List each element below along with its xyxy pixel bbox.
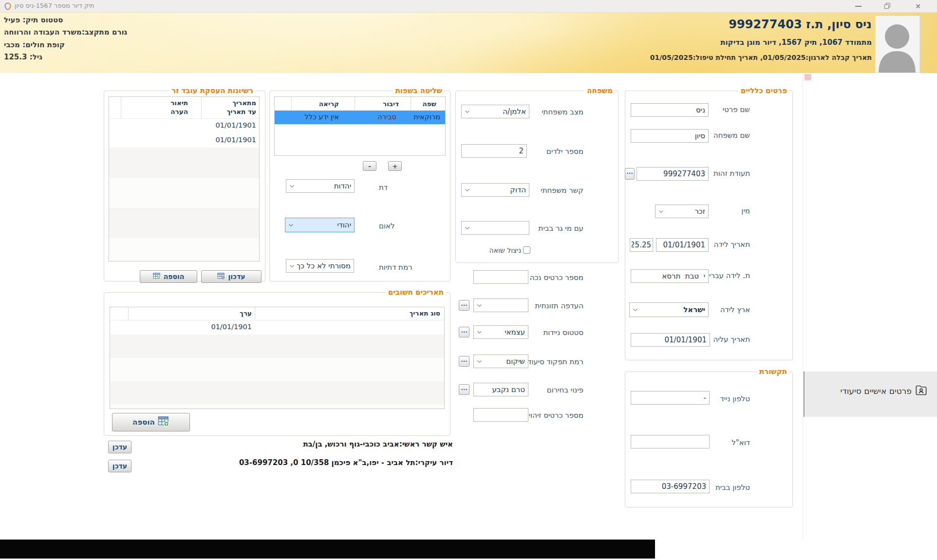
children-count-field[interactable]: 2 [461, 144, 527, 158]
id-number-field[interactable]: 999277403 [637, 167, 709, 181]
children-count-label: מספר ילדים [546, 147, 583, 156]
table-row[interactable]: 01/01/1901 [215, 136, 256, 144]
birth-country-combo[interactable]: ישראל [629, 302, 709, 317]
email-field[interactable] [631, 435, 710, 448]
chevron-down-icon [633, 308, 638, 312]
religion-label: דת [379, 183, 388, 192]
birth-date-value: 01/01/1901 [663, 241, 705, 249]
first-name-label: שם פרטי [723, 105, 750, 114]
gender-value: זכר [694, 207, 705, 216]
primary-contact-update-button[interactable]: עדכן [108, 441, 131, 453]
disabled-card-label: מספר כרטיס נכה [530, 273, 583, 282]
chevron-down-icon [289, 264, 295, 268]
family-bond-combo[interactable]: הדוק [461, 183, 529, 197]
chevron-down-icon [477, 360, 482, 363]
mobility-status-label: סטטוס ניידות [543, 328, 583, 337]
languages-table[interactable]: שפה דיבור קריאה מרוקאית סבירה אין ידע כל… [274, 96, 446, 156]
disabled-card-field[interactable] [473, 270, 528, 284]
licenses-table[interactable]: מתאריך עד תאריך תיאור הערה 01/01/1901 01… [109, 96, 260, 261]
person-card-icon [915, 384, 928, 399]
family-bond-value: הדוק [510, 186, 526, 194]
chevron-down-icon [465, 110, 470, 113]
chevron-down-icon [288, 224, 294, 227]
last-name-value: סיון [695, 131, 705, 140]
licenses-update-button[interactable]: עדכון [201, 270, 262, 283]
language-add-button[interactable]: + [388, 161, 402, 171]
marital-status-value: אלמן/ה [503, 107, 526, 116]
last-name-field[interactable]: סיון [631, 129, 709, 143]
important-dates-table[interactable]: סוג תאריך ערך 01/01/1901 [110, 307, 445, 409]
primary-housing-update-button[interactable]: עדכן [108, 460, 131, 472]
content-divider [803, 73, 803, 540]
restore-button[interactable] [877, 0, 898, 13]
religion-value: יהדות [334, 182, 351, 190]
age-field[interactable]: 125.25 [630, 238, 653, 252]
col-header-reading: קריאה [319, 100, 339, 108]
close-button[interactable]: ✕ [907, 0, 929, 13]
dietary-preference-combo[interactable] [473, 299, 528, 312]
hebrew-birth-date-label: ת. לידה עברי [709, 271, 750, 280]
care-function-level-combo[interactable]: שיקום [473, 355, 528, 368]
nationality-combo[interactable]: יהודי [285, 218, 355, 232]
funding-source-text: גורם מתקצב:משרד העבודה והרווחה [4, 28, 127, 37]
calendar-grid-add-icon [158, 415, 169, 429]
col-header-value: ערך [240, 309, 252, 317]
language-row-selected[interactable]: מרוקאית סבירה אין ידע כלל [275, 111, 445, 124]
health-fund-text: קופת חולים: מכבי [4, 40, 65, 49]
col-header-note: הערה [170, 108, 188, 115]
holocaust-survivor-checkbox[interactable] [523, 246, 530, 254]
important-dates-add-button[interactable]: הוספה [112, 413, 190, 431]
licenses-add-button[interactable]: הוספה [140, 270, 197, 283]
mobile-phone-field[interactable]: - [631, 391, 710, 405]
notch-marker [805, 74, 811, 80]
tab-indicator [804, 372, 805, 417]
aliyah-date-value: 01/01/1901 [665, 336, 707, 344]
col-header-description: תיאור [170, 99, 188, 107]
plus-icon: + [393, 163, 398, 170]
update-label: עדכן [112, 462, 127, 470]
empty-rows-area [109, 148, 259, 261]
lives-with-label: עם מי גר בבית [539, 224, 583, 233]
religiosity-value: מסורתי לא כל כך [297, 261, 351, 270]
marital-status-combo[interactable]: אלמן/ה [461, 105, 529, 118]
mobility-status-more-button[interactable]: ... [459, 327, 469, 337]
id-number-label: תעודת זהות [713, 169, 750, 178]
birth-country-label: ארץ לידה [720, 305, 750, 314]
minimize-button[interactable] [847, 0, 869, 13]
nationality-label: לאום [379, 222, 395, 230]
emergency-evacuation-value: טרם נקבע [492, 385, 525, 394]
chevron-down-icon [477, 331, 482, 334]
birth-date-label: תאריך לידה [714, 240, 750, 249]
important-dates-add-label: הוספה [132, 418, 155, 427]
emergency-evacuation-field[interactable]: טרם נקבע [473, 383, 528, 396]
mobile-phone-value: - [704, 393, 706, 402]
care-function-level-label: רמת תפקוד סיעודי [526, 357, 583, 366]
marital-status-label: מצב משפחתי [542, 108, 583, 116]
care-function-level-more-button[interactable]: ... [459, 356, 469, 367]
app-logo-icon [3, 2, 12, 13]
emergency-evacuation-more-button[interactable]: ... [459, 384, 469, 395]
hebrew-birth-date-field[interactable]: י טבת תרסא [631, 269, 709, 283]
id-number-value: 999277403 [663, 169, 705, 178]
id-card-number-field[interactable] [473, 408, 528, 422]
licenses-update-label: עדכון [228, 273, 245, 280]
lives-with-combo[interactable] [461, 221, 529, 235]
id-number-more-button[interactable]: ... [625, 168, 635, 180]
language-remove-button[interactable]: - [363, 161, 376, 171]
dietary-preference-more-button[interactable]: ... [459, 300, 469, 311]
mobility-status-combo[interactable]: עצמאי [473, 325, 528, 339]
reading-cell: אין ידע כלל [305, 113, 339, 121]
table-row[interactable]: 01/01/1901 [215, 121, 256, 129]
home-phone-field[interactable]: 03-6997203 [631, 480, 710, 493]
religiosity-combo[interactable]: מסורתי לא כל כך [286, 259, 354, 273]
table-row[interactable]: 01/01/1901 [211, 323, 252, 331]
close-icon: ✕ [915, 2, 921, 10]
birth-date-field[interactable]: 01/01/1901 [656, 238, 709, 252]
age-value: 125.25 [632, 241, 651, 249]
aliyah-date-field[interactable]: 01/01/1901 [631, 333, 710, 347]
first-name-field[interactable]: ניס [631, 103, 709, 117]
chevron-down-icon [465, 226, 470, 230]
dietary-preference-label: העדפה תזונתית [535, 301, 583, 310]
religion-combo[interactable]: יהדות [286, 179, 355, 193]
gender-combo[interactable]: זכר [655, 205, 709, 218]
